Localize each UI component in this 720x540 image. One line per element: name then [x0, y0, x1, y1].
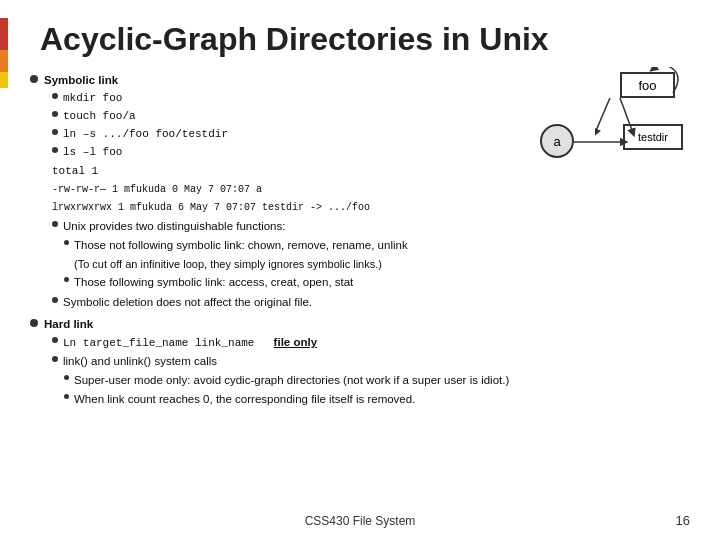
cmd-ln: ln –s .../foo foo/testdir: [63, 126, 228, 143]
foo-to-testdir-arrow: [615, 98, 645, 138]
slide-title: Acyclic-Graph Directories in Unix: [40, 20, 690, 58]
ls-output-1: -rw-rw-r— 1 mfukuda 0 May 7 07:07 a: [52, 180, 510, 198]
hard-link-heading: Hard link: [44, 318, 93, 330]
circle-a: a: [540, 124, 574, 158]
cmd-mkdir: mkdir foo: [63, 90, 122, 107]
symbolic-deletion: Symbolic deletion does not affect the or…: [63, 294, 312, 312]
symbolic-link-heading: Symbolic link: [44, 74, 118, 86]
accent-bar-red: [0, 18, 8, 50]
hard-sub-1: Super-user mode only: avoid cydic-graph …: [74, 372, 509, 390]
bullet-hard: [30, 319, 38, 327]
link-calls: link() and unlink() system calls: [63, 353, 217, 371]
func-1: Those not following symbolic link: chown…: [74, 237, 408, 255]
accent-bar-orange: [0, 50, 8, 72]
svg-line-2: [620, 98, 633, 133]
cmd-touch: touch foo/a: [63, 108, 136, 125]
ln-cmd: Ln target_file_name link_name file only: [63, 334, 317, 352]
bullet-symbolic: [30, 75, 38, 83]
slide: Acyclic-Graph Directories in Unix Symbol…: [0, 0, 720, 540]
diagram: foo a testdir: [510, 72, 690, 162]
cmd-ls: ls –l foo: [63, 144, 122, 161]
hard-sub-2: When link count reaches 0, the correspon…: [74, 391, 415, 409]
footer-course: CSS430 File System: [0, 514, 720, 528]
text-content: Symbolic link mkdir foo touch foo/a ln –…: [30, 72, 510, 413]
total-line: total 1: [52, 162, 510, 180]
func-2: (To cut off an infinitive loop, they sim…: [74, 256, 382, 273]
accent-bar-yellow: [0, 72, 8, 88]
unix-provides: Unix provides two distinguishable functi…: [63, 218, 285, 236]
footer-page: 16: [676, 513, 690, 528]
ls-output-2: lrwxrwxrwx 1 mfukuda 6 May 7 07:07 testd…: [52, 198, 510, 216]
svg-line-1: [595, 98, 610, 133]
func-3: Those following symbolic link: access, c…: [74, 274, 353, 292]
